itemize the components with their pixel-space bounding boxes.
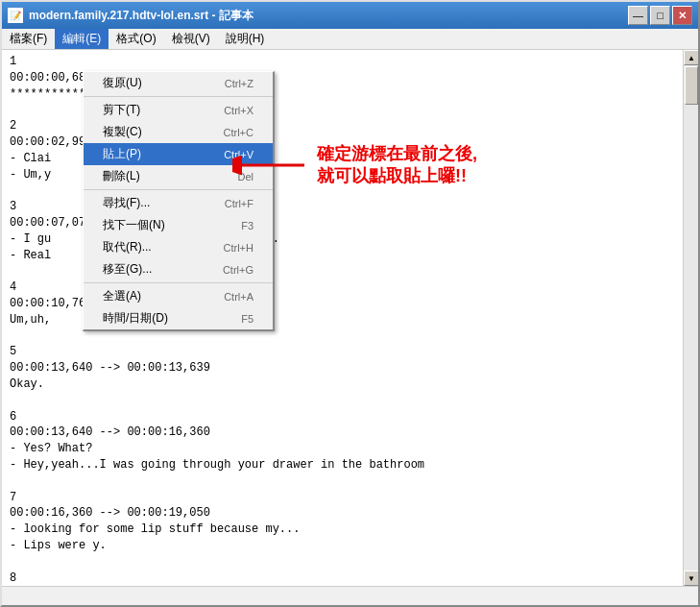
app-icon: 📝 — [8, 8, 23, 23]
scroll-down-button[interactable]: ▼ — [684, 571, 698, 586]
menu-item-datetime[interactable]: 時間/日期(D) F5 — [84, 307, 273, 329]
scrollbar: ▲ ▼ — [683, 50, 698, 586]
menu-item-copy-shortcut: Ctrl+C — [224, 127, 253, 138]
minimize-button[interactable]: — — [628, 6, 648, 25]
menu-item-find-next[interactable]: 找下一個(N) F3 — [84, 214, 273, 236]
separator-2 — [84, 189, 273, 190]
menu-item-select-all[interactable]: 全選(A) Ctrl+A — [84, 285, 273, 307]
title-buttons: — □ ✕ — [628, 6, 692, 25]
menu-item-copy-label: 複製(C) — [103, 124, 142, 140]
menu-item-delete-shortcut: Del — [237, 171, 253, 182]
menu-item-goto[interactable]: 移至(G)... Ctrl+G — [84, 258, 273, 280]
main-window: 📝 modern.family.217.hdtv-lol.en.srt - 記事… — [0, 0, 700, 607]
menu-item-delete[interactable]: 刪除(L) Del — [84, 165, 273, 187]
menu-item-copy[interactable]: 複製(C) Ctrl+C — [84, 121, 273, 143]
menu-item-find-next-label: 找下一個(N) — [103, 217, 165, 233]
menu-item-undo-label: 復原(U) — [103, 75, 142, 91]
edit-dropdown-menu: 復原(U) Ctrl+Z 剪下(T) Ctrl+X 複製(C) Ctrl+C 貼… — [83, 71, 275, 331]
menu-item-cut[interactable]: 剪下(T) Ctrl+X — [84, 99, 273, 121]
menu-item-find-shortcut: Ctrl+F — [225, 198, 253, 209]
scroll-track[interactable] — [684, 65, 698, 571]
menu-help[interactable]: 說明(H) — [218, 29, 273, 49]
menu-item-undo-shortcut: Ctrl+Z — [225, 78, 253, 89]
menu-item-find-next-shortcut: F3 — [241, 220, 253, 231]
menu-item-delete-label: 刪除(L) — [103, 168, 140, 184]
menu-item-goto-label: 移至(G)... — [103, 261, 152, 278]
menu-item-datetime-shortcut: F5 — [241, 313, 253, 325]
menu-edit[interactable]: 編輯(E) — [55, 29, 109, 49]
menu-item-find[interactable]: 尋找(F)... Ctrl+F — [84, 192, 273, 214]
menu-item-cut-shortcut: Ctrl+X — [224, 105, 253, 116]
menu-item-paste[interactable]: 貼上(P) Ctrl+V — [84, 143, 273, 165]
title-bar: 📝 modern.family.217.hdtv-lol.en.srt - 記事… — [2, 2, 698, 29]
separator-3 — [84, 282, 273, 283]
menu-item-replace-label: 取代(R)... — [103, 239, 152, 255]
menu-item-paste-label: 貼上(P) — [103, 146, 141, 162]
title-bar-left: 📝 modern.family.217.hdtv-lol.en.srt - 記事… — [8, 8, 253, 24]
menu-item-undo[interactable]: 復原(U) Ctrl+Z — [84, 72, 273, 94]
scroll-up-button[interactable]: ▲ — [684, 50, 698, 65]
scroll-thumb[interactable] — [685, 66, 698, 105]
window-title: modern.family.217.hdtv-lol.en.srt - 記事本 — [29, 8, 253, 24]
menu-file[interactable]: 檔案(F) — [2, 29, 55, 49]
content-area: 1 00:00:00,680 --> 00:00:02,920 ********… — [2, 50, 698, 586]
maximize-button[interactable]: □ — [650, 6, 670, 25]
menu-item-paste-shortcut: Ctrl+V — [224, 149, 253, 160]
menu-view[interactable]: 檢視(V) — [164, 29, 218, 49]
separator-1 — [84, 96, 273, 97]
status-bar — [2, 586, 698, 605]
menu-item-cut-label: 剪下(T) — [103, 102, 140, 118]
menu-item-find-label: 尋找(F)... — [103, 195, 150, 211]
menu-item-select-all-shortcut: Ctrl+A — [224, 291, 253, 303]
menu-format[interactable]: 格式(O) — [109, 29, 163, 49]
menu-item-select-all-label: 全選(A) — [103, 288, 141, 304]
menu-bar: 檔案(F) 編輯(E) 格式(O) 檢視(V) 說明(H) — [2, 29, 698, 50]
menu-item-replace-shortcut: Ctrl+H — [224, 242, 253, 254]
menu-item-replace[interactable]: 取代(R)... Ctrl+H — [84, 236, 273, 258]
menu-item-datetime-label: 時間/日期(D) — [103, 310, 168, 327]
close-button[interactable]: ✕ — [672, 6, 692, 25]
menu-item-goto-shortcut: Ctrl+G — [223, 264, 253, 276]
